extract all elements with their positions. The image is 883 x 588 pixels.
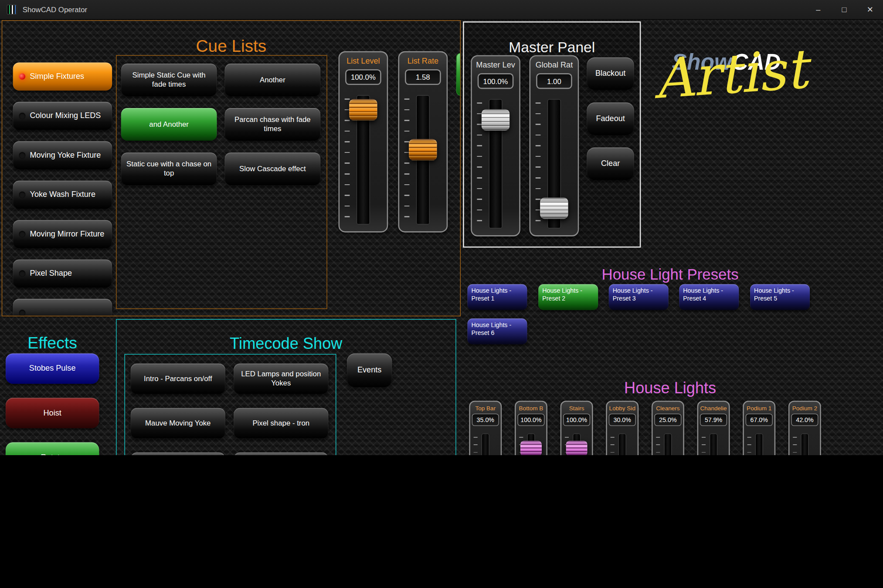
fader-ticks-icon (747, 437, 751, 455)
cue-button-simple-static-cue[interactable]: Simple Static Cue with fade times (121, 64, 217, 96)
fader-value: 67.0% (746, 414, 773, 426)
fader-value: 30.0% (609, 414, 636, 426)
house-preset-1-button[interactable]: House Lights - Preset 1 (467, 284, 527, 310)
house-preset-2-button[interactable]: House Lights - Preset 2 (538, 284, 598, 310)
fader-track[interactable] (607, 433, 638, 455)
timecode-show-title: Timecode Show (116, 335, 455, 352)
active-led-icon (19, 74, 25, 80)
fader-knob[interactable] (520, 440, 542, 455)
fader-value: 100.0% (517, 414, 544, 426)
fader-knob[interactable] (409, 139, 437, 160)
timecode-button-smoke-blue-swing[interactable]: Smoke & Blue swing (131, 453, 225, 455)
global-rate-fader: Global Rat 1.00 (530, 55, 579, 237)
minimize-button[interactable]: – (805, 0, 831, 19)
inactive-led-icon (19, 152, 25, 159)
house-lights-faders: Top Bar 35.0% Bottom B 100.0% Stairs (469, 401, 821, 455)
fader-ticks-icon (793, 437, 797, 455)
fader-slot (801, 433, 808, 455)
title-bar: ShowCAD Operator – □ ✕ (0, 0, 883, 20)
fader-track[interactable] (653, 433, 683, 455)
fixture-button-yoke-wash-fixture[interactable]: Yoke Wash Fixture (13, 181, 112, 209)
cue-button-and-another[interactable]: and Another (121, 108, 217, 141)
effects-title: Effects (0, 334, 105, 353)
cue-button-another[interactable]: Another (225, 64, 321, 96)
fader-slot (755, 433, 763, 455)
inactive-led-icon (19, 192, 25, 198)
fader-value: 1.00 (536, 73, 572, 89)
fader-label: Stairs (561, 405, 592, 412)
fixture-label: Colour Mixing LEDS (30, 111, 101, 121)
fader-knob[interactable] (540, 197, 568, 219)
timecode-button-led-lamps-position-yokes[interactable]: LED Lamps and position Yokes (234, 364, 328, 394)
fader-track[interactable] (516, 433, 547, 455)
fader-track[interactable] (470, 433, 501, 455)
fader-track[interactable] (744, 433, 774, 455)
fixture-button-pixel-shape[interactable]: Pixel Shape (13, 260, 112, 288)
fader-ticks-icon (474, 437, 478, 455)
showcad-artist-logo: ShowCAD Artist (655, 39, 869, 132)
fader-knob[interactable] (566, 440, 588, 455)
fader-track[interactable] (530, 99, 578, 228)
fader-slot (618, 433, 626, 455)
effect-rotate-button[interactable]: Rotate (6, 443, 99, 455)
fader-value: 100.0% (478, 73, 514, 89)
fixture-button-clipped[interactable] (13, 299, 112, 316)
inactive-led-icon (19, 231, 25, 237)
fader-track[interactable] (472, 99, 520, 228)
house-fader-top-bar: Top Bar 35.0% (469, 401, 502, 455)
house-preset-3-button[interactable]: House Lights - Preset 3 (609, 284, 669, 310)
house-lights-title: House Lights (469, 379, 871, 397)
fadeout-button[interactable]: Fadeout (587, 102, 634, 135)
fader-knob[interactable] (349, 99, 377, 120)
close-button[interactable]: ✕ (857, 0, 883, 19)
house-preset-6-button[interactable]: House Lights - Preset 6 (467, 318, 527, 344)
fader-track[interactable] (790, 433, 820, 455)
inactive-led-icon (19, 113, 25, 119)
fixture-button-moving-mirror-fixture[interactable]: Moving Mirror Fixture (13, 220, 112, 248)
fader-track[interactable] (698, 433, 729, 455)
fixture-label: Simple Fixtures (30, 71, 84, 81)
fader-knob[interactable] (482, 109, 510, 131)
timecode-button-intro-parcans[interactable]: Intro - Parcans on/off (131, 364, 225, 394)
fixture-label: Moving Mirror Fixture (30, 229, 104, 239)
house-fader-podium-2: Podium 2 42.0% (788, 401, 821, 455)
effect-stobes-pulse-button[interactable]: Stobes Pulse (6, 353, 99, 384)
timecode-button-pixel-shape-tron[interactable]: Pixel shape - tron (234, 408, 328, 439)
timecode-button-mauve-moving-yoke[interactable]: Mauve Moving Yoke (131, 408, 225, 439)
timecode-button-crazy-led-lamps-off[interactable]: Crazy & LED lapms off (234, 453, 328, 455)
fader-label: Master Lev (472, 60, 520, 69)
house-preset-5-button[interactable]: House Lights - Preset 5 (750, 284, 810, 310)
clear-button[interactable]: Clear (587, 148, 634, 180)
fader-track[interactable] (399, 95, 447, 224)
fader-track[interactable] (340, 95, 387, 224)
maximize-button[interactable]: □ (831, 0, 857, 19)
house-preset-4-button[interactable]: House Lights - Preset 4 (679, 284, 739, 310)
fader-label: Cleaners (653, 405, 683, 412)
fader-label: Chandelie (698, 405, 729, 412)
master-panel-title: Master Panel (464, 39, 640, 57)
fixture-button-colour-mixing-leds[interactable]: Colour Mixing LEDS (13, 102, 112, 130)
house-fader-cleaners: Cleaners 25.0% (652, 401, 684, 455)
cue-button-slow-cascade-effect[interactable]: Slow Cascade effect (225, 152, 321, 185)
cue-button-static-cue-chase-on-top[interactable]: Static cue with a chase on top (121, 152, 217, 185)
fixture-button-moving-yoke-fixture[interactable]: Moving Yoke Fixture (13, 141, 112, 169)
house-light-presets-title: House Light Presets (463, 266, 877, 284)
fixture-button-simple-fixtures[interactable]: Simple Fixtures (13, 62, 112, 91)
house-lights-section: House Lights Top Bar 35.0% Bottom B 100.… (469, 368, 871, 455)
fader-ticks-icon (404, 98, 410, 222)
fader-value: 35.0% (472, 414, 499, 426)
timecode-show-panel: Timecode Show Intro - Parcans on/off LED… (116, 319, 456, 455)
blackout-button[interactable]: Blackout (587, 57, 634, 90)
master-panel: Master Panel Master Lev 100.0% Global Ra… (463, 21, 641, 247)
fader-track[interactable] (561, 433, 592, 455)
effect-hoist-button[interactable]: Hoist (6, 398, 99, 429)
cue-lists-title: Cue Lists (2, 37, 460, 56)
events-button[interactable]: Events (347, 353, 392, 387)
fader-label: Lobby Sid (607, 405, 638, 412)
fader-label: List Rate (399, 56, 447, 65)
window-controls: – □ ✕ (805, 0, 883, 19)
inactive-led-icon (19, 310, 25, 316)
fader-label: Global Rat (530, 60, 578, 69)
fader-ticks-icon (702, 437, 706, 455)
cue-button-parcan-chase[interactable]: Parcan chase with fade times (225, 108, 321, 141)
